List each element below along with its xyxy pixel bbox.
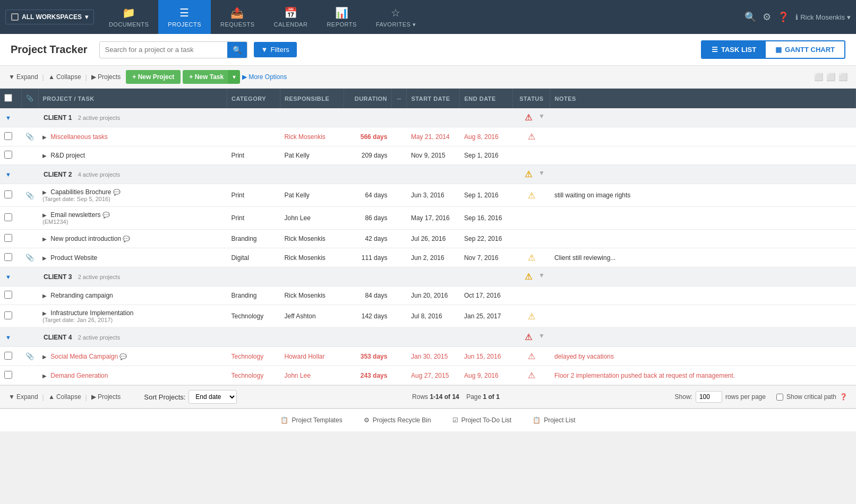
new-task-caret[interactable]: ▾	[228, 70, 240, 84]
client-expand[interactable]: ▼	[0, 165, 21, 184]
row-status: ⚠	[513, 184, 550, 207]
workspace-selector[interactable]: ALL WORKSPACES ▾	[5, 10, 94, 24]
bottom-nav-recycle[interactable]: ⚙ Projects Recycle Bin	[364, 416, 431, 424]
th-project-task[interactable]: PROJECT / TASK	[38, 89, 227, 108]
row-checkbox[interactable]	[4, 253, 12, 261]
row-checkbox-cell	[0, 230, 21, 248]
client-expand[interactable]: ▼	[0, 328, 21, 347]
row-expand-icon[interactable]: ▶	[42, 153, 47, 159]
row-task-name[interactable]: Social Media Campaign 💬	[50, 353, 127, 360]
client-name-cell: CLIENT 3 2 active projects	[38, 267, 513, 286]
row-expand-icon[interactable]: ▶	[42, 293, 47, 299]
row-task-name[interactable]: Rebranding campaign	[50, 292, 113, 299]
client-expand[interactable]: ▼	[0, 267, 21, 286]
row-category: Branding	[227, 230, 280, 248]
table-container: 📎 PROJECT / TASK CATEGORY RESPONSIBLE DU…	[0, 89, 856, 385]
row-checkbox[interactable]	[4, 234, 12, 242]
row-checkbox[interactable]	[4, 311, 12, 319]
nav-item-requests[interactable]: 📤 REQUESTS	[211, 0, 264, 34]
row-checkbox[interactable]	[4, 151, 12, 159]
footer-collapse-link[interactable]: ▲ Collapse	[48, 393, 81, 401]
client-subtitle: 2 active projects	[78, 115, 120, 121]
client-expand[interactable]: ▼	[0, 108, 21, 127]
status-warn-icon: ⚠	[525, 170, 532, 179]
row-checkbox[interactable]	[4, 371, 12, 379]
row-expand-icon[interactable]: ▶	[42, 354, 47, 360]
nav-item-favorites[interactable]: ☆ FAVORITES ▾	[366, 0, 425, 34]
bottom-nav-templates[interactable]: 📋 Project Templates	[280, 416, 342, 424]
user-menu[interactable]: ℹ Rick Mosenkis ▾	[795, 13, 851, 21]
nav-item-calendar[interactable]: 📅 CALENDAR	[264, 0, 318, 34]
row-expand-icon[interactable]: ▶	[42, 236, 47, 242]
th-category[interactable]: CATEGORY	[227, 89, 280, 108]
expand-link[interactable]: ▼ Expand	[8, 73, 38, 81]
row-task-name[interactable]: Miscellaneous tasks	[50, 133, 107, 141]
th-duration[interactable]: DURATION	[344, 89, 391, 108]
action-bar: ▼ Expand | ▲ Collapse | ▶ Projects + New…	[0, 66, 856, 89]
footer-expand-link[interactable]: ▼ Expand	[8, 393, 38, 401]
th-status[interactable]: STATUS	[513, 89, 550, 108]
calendar-icon: 📅	[284, 6, 298, 19]
export-icon-3[interactable]: ⬜	[838, 73, 848, 81]
row-expand-icon[interactable]: ▶	[42, 134, 47, 140]
row-task-name[interactable]: R&D project	[50, 152, 85, 159]
row-task-name[interactable]: Infrastructure Implementation	[50, 309, 133, 317]
row-expand-icon[interactable]: ▶	[42, 255, 47, 261]
help-icon[interactable]: ❓	[777, 11, 789, 23]
client-filter-icon[interactable]: ▼	[538, 112, 545, 120]
critical-path-checkbox[interactable]	[776, 394, 783, 401]
row-expand-icon[interactable]: ▶	[42, 310, 47, 316]
th-start-date[interactable]: START DATE	[407, 89, 460, 108]
nav-item-projects[interactable]: ☰ PROJECTS	[158, 0, 211, 34]
settings-icon[interactable]: ⚙	[763, 11, 771, 23]
row-task-name[interactable]: Capabilities Brochure 💬	[50, 188, 120, 196]
row-expand-icon[interactable]: ▶	[42, 189, 47, 195]
nav-item-documents[interactable]: 📁 DOCUMENTS	[99, 0, 158, 34]
search-input[interactable]	[100, 42, 227, 57]
row-checkbox-cell	[0, 286, 21, 305]
row-expand-icon[interactable]: ▶	[42, 212, 47, 218]
tab-gantt-chart[interactable]: ▦ GANTT CHART	[766, 41, 844, 58]
show-per-page-input[interactable]	[696, 391, 722, 403]
collapse-link[interactable]: ▲ Collapse	[48, 73, 81, 81]
row-task-name[interactable]: Demand Generation	[50, 372, 108, 379]
footer-show: Show: rows per page	[675, 391, 766, 403]
footer-projects-link[interactable]: ▶ Projects	[91, 393, 121, 401]
select-all-checkbox[interactable]	[4, 94, 12, 102]
more-options-button[interactable]: ▶ More Options	[242, 73, 287, 81]
th-end-date[interactable]: END DATE	[460, 89, 513, 108]
row-checkbox[interactable]	[4, 213, 12, 221]
critical-path-help-icon[interactable]: ❓	[840, 393, 848, 401]
new-project-button[interactable]: + New Project	[126, 70, 181, 84]
export-icon-1[interactable]: ⬜	[814, 73, 823, 81]
th-responsible[interactable]: RESPONSIBLE	[280, 89, 344, 108]
client-filter-icon[interactable]: ▼	[538, 272, 545, 279]
row-expand-icon[interactable]: ▶	[42, 373, 47, 379]
workspace-caret: ▾	[85, 13, 88, 21]
filter-button[interactable]: ▼ Filters	[254, 42, 297, 57]
top-nav: ALL WORKSPACES ▾ 📁 DOCUMENTS ☰ PROJECTS …	[0, 0, 856, 34]
th-notes[interactable]: NOTES	[550, 89, 856, 108]
row-arrow	[391, 286, 407, 305]
row-checkbox[interactable]	[4, 132, 12, 140]
row-checkbox[interactable]	[4, 190, 12, 198]
export-icon-2[interactable]: ⬜	[826, 73, 835, 81]
projects-link[interactable]: ▶ Projects	[91, 73, 121, 81]
row-task-name[interactable]: Email newsletters 💬	[50, 211, 109, 219]
search-icon[interactable]: 🔍	[744, 11, 756, 23]
row-checkbox[interactable]	[4, 291, 12, 299]
bottom-nav-list[interactable]: 📋 Project List	[533, 416, 575, 424]
search-button[interactable]: 🔍	[227, 42, 247, 58]
client-filter-icon[interactable]: ▼	[538, 169, 545, 177]
table-row: ▶ R&D project Print Pat Kelly 209 days N…	[0, 146, 856, 165]
row-task-name[interactable]: New product introduction 💬	[50, 235, 130, 242]
row-checkbox[interactable]	[4, 352, 12, 360]
client-filter-icon[interactable]: ▼	[538, 332, 545, 340]
new-task-button[interactable]: + New Task	[183, 70, 230, 84]
row-task-name[interactable]: Product Website	[50, 254, 97, 262]
sort-select[interactable]: End date Start date Name Status	[189, 390, 237, 404]
bottom-nav-todo[interactable]: ☑ Project To-Do List	[452, 416, 511, 424]
list-label: Project List	[544, 416, 575, 424]
tab-task-list[interactable]: ☰ TASK LIST	[702, 41, 766, 58]
nav-item-reports[interactable]: 📊 REPORTS	[317, 0, 366, 34]
